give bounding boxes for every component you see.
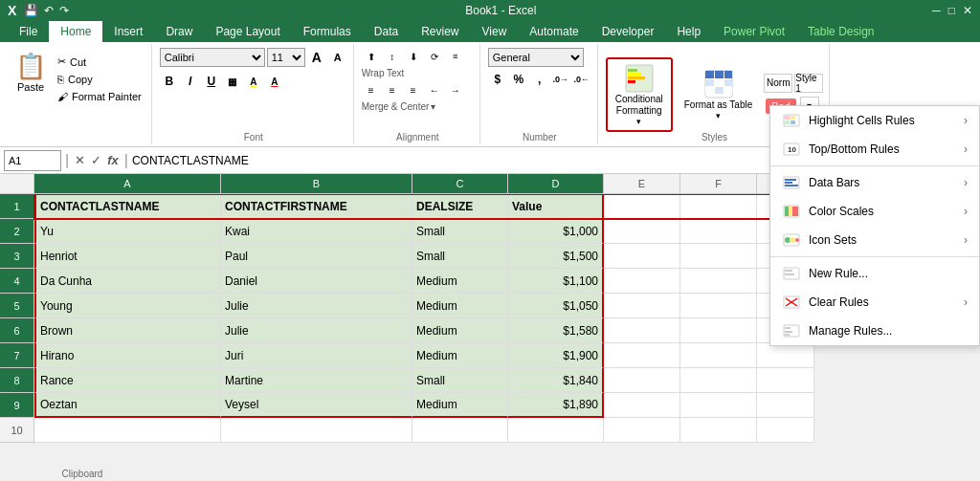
- col-header-f[interactable]: F: [680, 174, 757, 193]
- bold-button[interactable]: B: [160, 72, 179, 91]
- format-as-table-button[interactable]: Format as Table ▾: [677, 67, 761, 122]
- align-center-button[interactable]: ≡: [383, 81, 402, 98]
- style-1[interactable]: Style 1: [794, 74, 823, 93]
- cell-e5[interactable]: [604, 294, 680, 318]
- row-header-9[interactable]: 9: [0, 393, 34, 418]
- tab-home[interactable]: Home: [49, 21, 102, 42]
- col-header-c[interactable]: C: [412, 174, 508, 193]
- row-header-6[interactable]: 6: [0, 318, 34, 343]
- align-bottom-button[interactable]: ⬇: [404, 48, 423, 65]
- row-header-5[interactable]: 5: [0, 294, 34, 318]
- cell-f9[interactable]: [680, 393, 757, 418]
- cell-f3[interactable]: [680, 244, 757, 269]
- cell-d7[interactable]: $1,900: [508, 343, 604, 368]
- cell-b8[interactable]: Martine: [221, 368, 412, 393]
- cell-a9[interactable]: Oeztan: [34, 393, 221, 418]
- cell-b10[interactable]: [221, 418, 412, 443]
- tab-data[interactable]: Data: [363, 21, 410, 42]
- accounting-button[interactable]: $: [488, 70, 507, 89]
- cell-a6[interactable]: Brown: [34, 318, 221, 343]
- row-header-10[interactable]: 10: [0, 418, 34, 443]
- cell-e10[interactable]: [604, 418, 680, 443]
- col-header-d[interactable]: D: [508, 174, 604, 193]
- align-middle-button[interactable]: ↕: [383, 48, 402, 65]
- align-left-button[interactable]: ≡: [362, 81, 381, 98]
- increase-indent-button[interactable]: →: [446, 81, 465, 98]
- angle-text-button[interactable]: ⟳: [425, 48, 444, 65]
- cell-a1[interactable]: CONTACTLASTNAME: [34, 194, 221, 219]
- cell-b4[interactable]: Daniel: [221, 269, 412, 294]
- align-top-button[interactable]: ⬆: [362, 48, 381, 65]
- tab-view[interactable]: View: [471, 21, 519, 42]
- number-format-select[interactable]: General: [488, 48, 584, 67]
- icon-sets-item[interactable]: Icon Sets ›: [770, 226, 979, 254]
- cell-f5[interactable]: [680, 294, 757, 318]
- cell-b3[interactable]: Paul: [221, 244, 412, 269]
- tab-page-layout[interactable]: Page Layout: [204, 21, 291, 42]
- cell-a5[interactable]: Young: [34, 294, 221, 318]
- row-header-1[interactable]: 1: [0, 194, 34, 219]
- data-bars-item[interactable]: Data Bars ›: [770, 168, 979, 197]
- row-header-8[interactable]: 8: [0, 368, 34, 393]
- cell-f6[interactable]: [680, 318, 757, 343]
- col-header-b[interactable]: B: [221, 174, 412, 193]
- cell-d3[interactable]: $1,500: [508, 244, 604, 269]
- tab-developer[interactable]: Developer: [590, 21, 666, 42]
- cell-a10[interactable]: [34, 418, 221, 443]
- row-header-7[interactable]: 7: [0, 343, 34, 368]
- manage-rules-item[interactable]: Manage Rules...: [770, 317, 979, 345]
- cell-b2[interactable]: Kwai: [221, 219, 412, 244]
- row-header-2[interactable]: 2: [0, 219, 34, 244]
- comma-button[interactable]: ,: [530, 70, 549, 89]
- cell-g7[interactable]: [757, 343, 814, 368]
- cell-d9[interactable]: $1,890: [508, 393, 604, 418]
- cell-c5[interactable]: Medium: [412, 294, 508, 318]
- color-scales-item[interactable]: Color Scales ›: [770, 197, 979, 226]
- cell-b9[interactable]: Veysel: [221, 393, 412, 418]
- new-rule-item[interactable]: New Rule...: [770, 259, 979, 288]
- cell-f1[interactable]: [680, 194, 757, 219]
- cut-button[interactable]: ✂ Cut: [54, 54, 145, 70]
- top-bottom-rules-item[interactable]: 10 Top/Bottom Rules ›: [770, 135, 979, 164]
- tab-file[interactable]: File: [8, 21, 49, 42]
- border-button[interactable]: ▦: [223, 72, 242, 91]
- cell-c7[interactable]: Medium: [412, 343, 508, 368]
- cell-d5[interactable]: $1,050: [508, 294, 604, 318]
- decrease-font-icon[interactable]: A: [328, 48, 347, 67]
- copy-button[interactable]: ⎘ Copy: [54, 72, 145, 87]
- decrease-indent-button[interactable]: ←: [425, 81, 444, 98]
- decrease-decimal-button[interactable]: .0←: [572, 70, 591, 89]
- col-header-e[interactable]: E: [604, 174, 680, 193]
- cell-f7[interactable]: [680, 343, 757, 368]
- cell-a2[interactable]: Yu: [34, 219, 221, 244]
- tab-power-pivot[interactable]: Power Pivot: [712, 21, 796, 42]
- tab-draw[interactable]: Draw: [154, 21, 204, 42]
- cell-e7[interactable]: [604, 343, 680, 368]
- conditional-formatting-button[interactable]: Conditional Formatting ▾: [606, 57, 673, 132]
- cell-f2[interactable]: [680, 219, 757, 244]
- confirm-formula-icon[interactable]: ✓: [89, 153, 103, 167]
- redo-icon[interactable]: ↷: [59, 4, 69, 17]
- cell-d2[interactable]: $1,000: [508, 219, 604, 244]
- cell-c8[interactable]: Small: [412, 368, 508, 393]
- cell-e4[interactable]: [604, 269, 680, 294]
- style-normal[interactable]: Norm: [764, 74, 792, 93]
- cell-c6[interactable]: Medium: [412, 318, 508, 343]
- row-header-4[interactable]: 4: [0, 269, 34, 294]
- cell-e2[interactable]: [604, 219, 680, 244]
- cell-g8[interactable]: [757, 368, 814, 393]
- paste-button[interactable]: 📋 Paste: [10, 48, 52, 98]
- cell-d1[interactable]: Value: [508, 194, 604, 219]
- cell-e8[interactable]: [604, 368, 680, 393]
- font-size-select[interactable]: 11: [267, 48, 305, 67]
- cell-c3[interactable]: Small: [412, 244, 508, 269]
- cell-b7[interactable]: Juri: [221, 343, 412, 368]
- cell-b5[interactable]: Julie: [221, 294, 412, 318]
- cell-c2[interactable]: Small: [412, 219, 508, 244]
- font-name-select[interactable]: Calibri: [160, 48, 265, 67]
- cell-g10[interactable]: [757, 418, 814, 443]
- cell-f8[interactable]: [680, 368, 757, 393]
- row-header-3[interactable]: 3: [0, 244, 34, 269]
- increase-font-icon[interactable]: A: [307, 48, 326, 67]
- cell-b1[interactable]: CONTACTFIRSTNAME: [221, 194, 412, 219]
